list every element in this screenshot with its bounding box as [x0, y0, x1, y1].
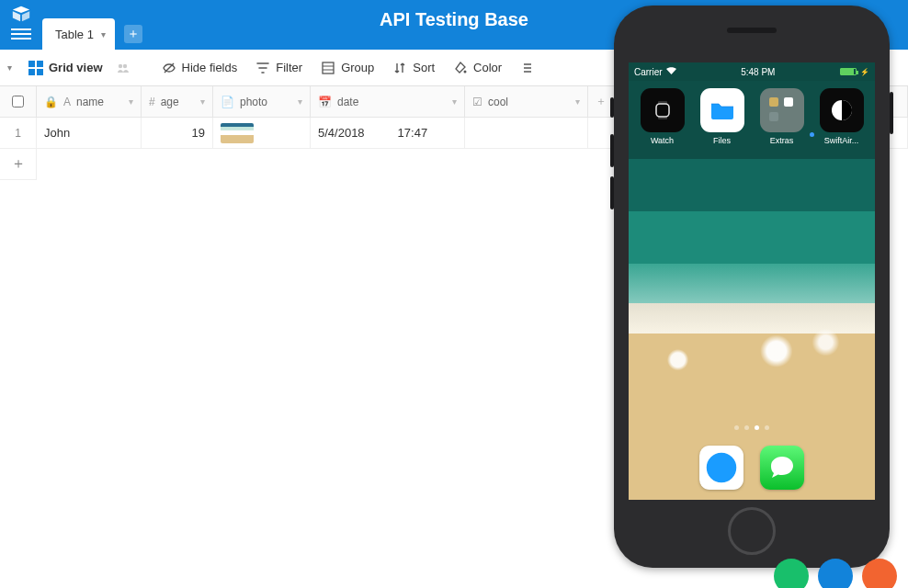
status-bar: Carrier 5:48 PM ⚡ [629, 62, 875, 81]
home-screen-apps: Watch Files [629, 88, 875, 145]
color-icon [453, 61, 468, 75]
add-table-button[interactable]: ＋ [124, 25, 142, 43]
svg-point-3 [118, 63, 121, 67]
text-type-icon: A [63, 96, 71, 108]
col-label: date [337, 96, 358, 108]
chevron-down-icon[interactable]: ▾ [298, 96, 302, 107]
app-watch[interactable]: Watch [637, 88, 688, 145]
cell-name[interactable]: John [37, 118, 142, 148]
hide-fields-label: Hide fields [182, 61, 238, 74]
col-label: name [76, 96, 104, 108]
cell-date[interactable]: 5/4/2018 17:47 [311, 118, 465, 148]
cell-age[interactable]: 19 [142, 118, 213, 148]
watch-icon [641, 88, 685, 132]
sort-label: Sort [413, 61, 435, 74]
svg-marker-0 [13, 6, 29, 13]
dock [629, 435, 875, 500]
tab-label: Table 1 [55, 28, 94, 41]
app-label: Watch [651, 136, 674, 145]
power-button[interactable] [890, 92, 893, 134]
add-row-button[interactable]: ＋ [0, 149, 37, 180]
column-date[interactable]: 📅 date ▾ [311, 86, 465, 117]
col-label: photo [240, 96, 267, 108]
chevron-down-icon[interactable]: ▾ [129, 96, 133, 107]
date-value: 5/4/2018 [318, 126, 365, 140]
app-extras-folder[interactable]: Extras [756, 88, 808, 145]
silent-switch[interactable] [610, 97, 614, 118]
color-label: Color [473, 61, 502, 74]
charging-icon: ⚡ [860, 68, 869, 76]
page-indicator[interactable] [629, 425, 875, 430]
number-type-icon: # [149, 96, 155, 108]
row-height-button[interactable] [515, 57, 540, 79]
select-all-checkbox[interactable] [0, 86, 37, 117]
app-files[interactable]: Files [697, 88, 748, 145]
grid-view-icon [28, 61, 43, 75]
volume-down-button[interactable] [610, 176, 614, 209]
files-icon [700, 88, 744, 132]
row-number: 1 [0, 118, 37, 148]
speaker-grille [727, 28, 777, 33]
filter-button[interactable]: Filter [250, 57, 308, 79]
app-label: Files [713, 136, 731, 145]
svg-rect-18 [769, 112, 778, 121]
svg-rect-17 [784, 97, 793, 107]
view-switcher[interactable]: Grid view [23, 57, 108, 79]
checkbox-type-icon: ☑ [472, 96, 482, 108]
app-safari[interactable] [699, 446, 743, 490]
volume-up-button[interactable] [610, 134, 614, 167]
svg-point-4 [122, 63, 126, 67]
fab-blue[interactable] [818, 559, 853, 588]
app-label: Extras [770, 136, 794, 145]
date-type-icon: 📅 [318, 96, 332, 108]
phone-body: Carrier 5:48 PM ⚡ [614, 6, 890, 568]
svg-rect-15 [656, 104, 669, 117]
folder-icon [760, 88, 804, 132]
col-label: cool [488, 96, 508, 108]
cell-photo[interactable] [213, 118, 311, 148]
hide-icon [162, 61, 176, 75]
checkbox[interactable] [12, 96, 24, 107]
wallpaper: Carrier 5:48 PM ⚡ [629, 62, 875, 500]
group-icon [321, 61, 335, 75]
row-height-icon [520, 61, 535, 75]
color-button[interactable]: Color [448, 57, 507, 79]
app-swiftair[interactable]: SwiftAir... [816, 88, 868, 145]
app-messages[interactable] [760, 446, 804, 490]
hide-fields-button[interactable]: Hide fields [156, 57, 244, 79]
view-menu-chevron-icon[interactable]: ▾ [7, 62, 12, 73]
chevron-down-icon[interactable]: ▾ [452, 96, 457, 107]
attachment-type-icon: 📄 [221, 96, 234, 108]
sidebar-toggle-icon[interactable] [11, 24, 31, 44]
home-button[interactable] [728, 507, 776, 555]
fab-orange[interactable] [862, 559, 897, 588]
swiftair-icon [820, 88, 864, 132]
filter-icon [255, 61, 270, 75]
cell-cool[interactable] [465, 118, 588, 148]
filter-label: Filter [276, 61, 302, 74]
loading-dot-icon [810, 132, 814, 137]
sort-icon [392, 61, 407, 75]
svg-rect-16 [769, 97, 778, 107]
photo-thumbnail[interactable] [221, 123, 254, 143]
share-view-icon[interactable] [116, 61, 131, 75]
chevron-down-icon[interactable]: ▾ [200, 96, 205, 107]
fab-green[interactable] [774, 559, 809, 588]
group-button[interactable]: Group [315, 57, 380, 79]
table-tab[interactable]: Table 1 ▾ [42, 18, 115, 50]
sort-button[interactable]: Sort [387, 57, 440, 79]
column-age[interactable]: # age ▾ [142, 86, 213, 117]
col-label: age [161, 96, 179, 108]
lock-icon: 🔒 [44, 96, 58, 108]
chevron-down-icon[interactable]: ▾ [575, 96, 580, 107]
view-label: Grid view [49, 61, 103, 74]
chevron-down-icon: ▾ [101, 29, 106, 40]
wifi-icon [666, 67, 676, 77]
column-name[interactable]: 🔒 A name ▾ [37, 86, 142, 117]
phone-screen[interactable]: Carrier 5:48 PM ⚡ [629, 62, 875, 500]
phone-simulator: Carrier 5:48 PM ⚡ [614, 6, 906, 584]
column-cool[interactable]: ☑ cool ▾ [465, 86, 588, 117]
column-photo[interactable]: 📄 photo ▾ [213, 86, 311, 117]
clock: 5:48 PM [741, 67, 775, 77]
group-label: Group [341, 61, 374, 74]
